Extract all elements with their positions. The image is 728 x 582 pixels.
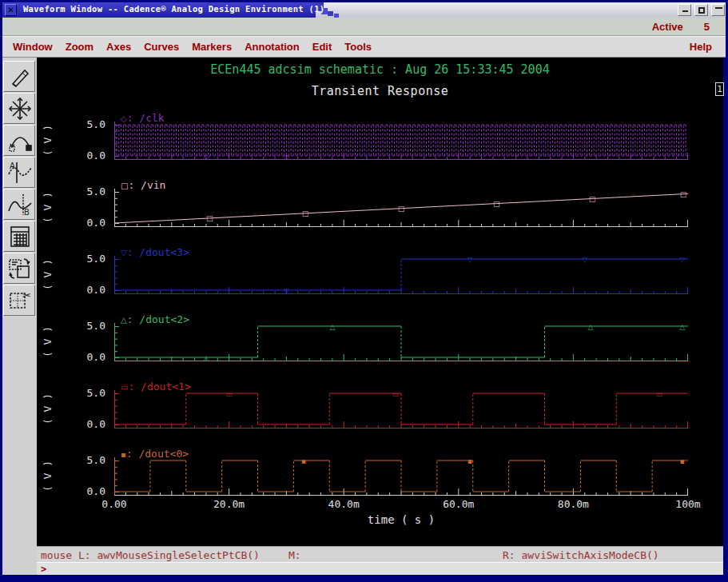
curve-marker-icon: ▪ xyxy=(680,457,685,465)
y-tick-label-bottom: 0.0 xyxy=(69,217,105,229)
y-tick-label-top: 5.0 xyxy=(69,186,105,197)
y-axis-unit-label: ( V ) xyxy=(42,257,54,291)
marker-b-icon: B xyxy=(6,192,34,217)
copy-window-icon xyxy=(6,256,34,281)
crop-tool-button[interactable]: ✂ xyxy=(3,285,35,316)
titlebar[interactable]: ✕ Waveform Window -- Cadence® Analog Des… xyxy=(2,2,726,18)
marker-a-tool-button[interactable]: A xyxy=(3,157,35,188)
menu-item-tools[interactable]: Tools xyxy=(344,39,372,54)
curve-marker-icon: ▽ xyxy=(679,256,685,264)
y-axis-unit-text: ( V ) xyxy=(42,258,54,289)
menu-item-zoom[interactable]: Zoom xyxy=(65,39,94,54)
active-bar: Active 5 xyxy=(2,18,726,36)
zoom-directions-tool-button[interactable] xyxy=(3,93,35,124)
waveform-plot-clk[interactable]: ◇◇ xyxy=(114,119,688,162)
curve-marker-icon: □ xyxy=(493,200,500,208)
calculator-icon xyxy=(6,224,34,249)
menu-item-curves[interactable]: Curves xyxy=(143,39,180,54)
window-title: Waveform Window -- Cadence® Analog Desig… xyxy=(23,4,324,14)
x-tick-label: 20.0m xyxy=(197,498,261,510)
copy-window-tool-button[interactable] xyxy=(3,253,35,284)
y-axis-unit-label: ( V ) xyxy=(42,392,54,425)
waveform-plot-dout0[interactable]: ▪▪▪ xyxy=(114,455,688,498)
menu-item-axes[interactable]: Axes xyxy=(105,39,132,54)
minimize-button[interactable] xyxy=(678,4,691,16)
curve-marker-icon: □ xyxy=(206,214,213,222)
y-tick-label-bottom: 0.0 xyxy=(69,486,105,497)
curve-marker-icon: ▽ xyxy=(467,256,473,264)
curve-marker-icon: ▭ xyxy=(225,390,233,398)
prompt-symbol: > xyxy=(41,564,46,575)
waveform-panels: ( V )5.00.0◇: /clk◇◇( V )5.00.0□: /vin□□… xyxy=(37,58,723,546)
x-tick-label: 60.0m xyxy=(427,498,491,510)
menu-item-edit[interactable]: Edit xyxy=(312,39,333,54)
mouse-right-binding: R: awviSwitchAxisModeCB() xyxy=(503,549,659,561)
command-prompt-line[interactable]: > xyxy=(37,562,723,575)
y-axis-unit-label: ( V ) xyxy=(42,190,54,224)
y-tick-label-top: 5.0 xyxy=(69,321,105,332)
menu-items: WindowZoomAxesCurvesMarkersAnnotationEdi… xyxy=(12,39,384,54)
active-label: Active xyxy=(652,21,683,33)
curve-marker-icon: ▪ xyxy=(467,457,472,465)
waveform-plot-dout3[interactable]: ▽▽▽▽ xyxy=(114,253,688,297)
y-axis-unit-label: ( V ) xyxy=(42,459,54,492)
pan-trace-tool-button[interactable] xyxy=(3,125,35,156)
y-axis-unit-label: ( V ) xyxy=(42,325,54,358)
curve-marker-icon: □ xyxy=(589,195,596,203)
mouse-left-binding: mouse L: awvMouseSingleSelectPtCB() xyxy=(41,549,260,561)
direction-arrows-icon xyxy=(6,96,34,122)
svg-text:✂: ✂ xyxy=(22,289,31,301)
y-axis-unit-text: ( V ) xyxy=(42,124,54,155)
y-axis-unit-label: ( V ) xyxy=(42,123,54,157)
menu-item-window[interactable]: Window xyxy=(12,39,54,54)
waveform-plot-dout2[interactable]: △△△△ xyxy=(114,321,688,364)
curve-marker-icon: ▭ xyxy=(392,390,400,398)
y-tick-label-top: 5.0 xyxy=(69,388,105,399)
svg-text:B: B xyxy=(24,208,30,217)
shade-button[interactable] xyxy=(711,4,725,16)
curve-marker-icon: ▽ xyxy=(284,287,289,295)
svg-text:A: A xyxy=(10,161,15,170)
y-axis-unit-text: ( V ) xyxy=(42,460,54,491)
y-tick-label-bottom: 0.0 xyxy=(69,150,105,161)
waveform-plot-vin[interactable]: □□□□□□ xyxy=(114,186,688,229)
maximize-button[interactable] xyxy=(694,4,708,16)
marker-b-tool-button[interactable]: B xyxy=(3,189,35,220)
plot-area[interactable]: ECEn445 adcsim schematic : Aug 26 15:33:… xyxy=(37,58,723,546)
pan-curve-icon xyxy=(6,128,34,153)
x-tick-label: 0.00 xyxy=(82,498,146,510)
y-tick-label-bottom: 0.0 xyxy=(69,352,105,363)
x-axis-title: time ( s ) xyxy=(353,513,449,526)
left-toolbar: A B xyxy=(2,58,37,575)
y-tick-label-bottom: 0.0 xyxy=(69,419,105,430)
mouse-bindings-bar: mouse L: awvMouseSingleSelectPtCB() M: R… xyxy=(37,546,723,562)
y-tick-label-bottom: 0.0 xyxy=(69,285,105,296)
scissors-crop-icon: ✂ xyxy=(6,288,34,313)
calculator-tool-button[interactable] xyxy=(3,221,35,252)
y-axis-unit-text: ( V ) xyxy=(42,191,54,222)
y-tick-label-top: 5.0 xyxy=(69,119,105,130)
menu-item-annotation[interactable]: Annotation xyxy=(244,39,300,54)
curve-marker-icon: △ xyxy=(203,354,209,362)
curve-marker-icon: ▪ xyxy=(301,457,306,465)
titlebar-texture xyxy=(328,11,333,16)
pen-tool-button[interactable] xyxy=(3,61,35,92)
y-tick-label-top: 5.0 xyxy=(69,455,105,466)
curve-marker-icon: ◇ xyxy=(203,153,209,161)
window-menu-icon[interactable]: ✕ xyxy=(5,4,17,16)
curve-marker-icon: □ xyxy=(680,190,687,198)
curve-marker-icon: △ xyxy=(587,323,593,331)
mouse-middle-binding: M: xyxy=(288,549,301,561)
curve-marker-icon: ▭ xyxy=(656,390,663,398)
y-axis-unit-text: ( V ) xyxy=(42,393,54,424)
x-tick-label: 80.0m xyxy=(541,498,605,510)
y-tick-label-top: 5.0 xyxy=(69,253,105,265)
menu-item-markers[interactable]: Markers xyxy=(191,39,233,54)
x-tick-label: 40.0m xyxy=(312,498,376,510)
x-axis-tick-labels: 0.0020.0m40.0m60.0m80.0m100m xyxy=(37,498,723,511)
menu-bar: WindowZoomAxesCurvesMarkersAnnotationEdi… xyxy=(2,36,726,58)
waveform-plot-dout1[interactable]: ▭▭▭ xyxy=(114,388,688,431)
menu-item-help[interactable]: Help xyxy=(689,39,713,54)
curve-marker-icon: △ xyxy=(329,323,335,331)
curve-marker-icon: ▽ xyxy=(582,256,587,264)
